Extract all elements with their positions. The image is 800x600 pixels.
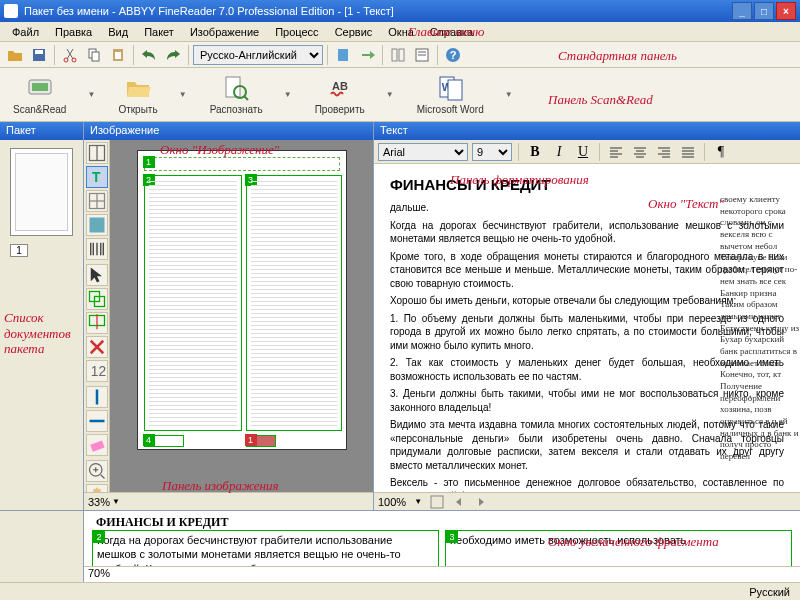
delete-tool-icon[interactable] <box>86 336 108 358</box>
image-canvas[interactable]: 1 2 3 4 1 <box>110 140 373 492</box>
bold-button[interactable]: B <box>525 142 545 162</box>
text-editor[interactable]: ФИНАНСЫ И КРЕДИТ дальше. Когда на дорога… <box>374 164 800 492</box>
dropdown-icon[interactable]: ▼ <box>87 90 97 99</box>
check-button[interactable]: AB Проверить <box>308 71 372 118</box>
close-button[interactable]: × <box>776 2 796 20</box>
zoom-in-tool-icon[interactable] <box>86 460 108 482</box>
font-family-select[interactable]: Arial <box>378 143 468 161</box>
recognition-region[interactable]: 1 <box>246 435 276 447</box>
minimize-button[interactable]: _ <box>732 2 752 20</box>
pilcrow-button[interactable]: ¶ <box>711 142 731 162</box>
dictionary-icon[interactable] <box>332 44 354 66</box>
folder-open-icon <box>124 74 152 102</box>
menu-process[interactable]: Процесс <box>267 24 326 40</box>
next-icon[interactable] <box>474 495 488 509</box>
copy-icon[interactable] <box>83 44 105 66</box>
menu-help[interactable]: Справка <box>422 24 481 40</box>
spellcheck-icon: AB <box>326 74 354 102</box>
add-part-tool-icon[interactable] <box>86 288 108 310</box>
window-titlebar: Пакет без имени - ABBYY FineReader 7.0 P… <box>0 0 800 22</box>
separator <box>599 143 600 161</box>
eraser-tool-icon[interactable] <box>86 434 108 456</box>
pointer-tool-icon[interactable] <box>86 264 108 286</box>
separator <box>704 143 705 161</box>
region-number: 4 <box>143 434 155 446</box>
svg-rect-8 <box>338 49 348 61</box>
undo-icon[interactable] <box>138 44 160 66</box>
zoom-status-bar: 70% <box>84 566 800 582</box>
zoom-panel: ФИНАНСЫ И КРЕДИТ 2 Когда на дорогах бесч… <box>0 510 800 582</box>
zoom-region: 2 Когда на дорогах бесчинствуют грабител… <box>92 530 439 566</box>
zoom-dropdown-icon[interactable]: ▼ <box>112 497 120 506</box>
menu-bar: Файл Правка Вид Пакет Изображение Процес… <box>0 22 800 42</box>
svg-rect-9 <box>392 49 397 61</box>
separator <box>518 143 519 161</box>
hand-tool-icon[interactable] <box>86 484 108 492</box>
image-block-tool-icon[interactable] <box>86 214 108 236</box>
image-panel-title: Изображение <box>84 122 373 140</box>
recognition-region[interactable]: 1 <box>144 157 340 171</box>
table-tool-icon[interactable] <box>86 190 108 212</box>
svg-text:AB: AB <box>332 80 348 92</box>
menu-edit[interactable]: Правка <box>47 24 100 40</box>
svg-point-2 <box>64 58 68 62</box>
zoom-canvas[interactable]: ФИНАНСЫ И КРЕДИТ 2 Когда на дорогах бесч… <box>84 511 800 566</box>
dropdown-icon[interactable]: ▼ <box>505 90 515 99</box>
app-icon <box>4 4 18 18</box>
zoom-dropdown-icon[interactable]: ▼ <box>414 497 422 506</box>
properties-icon[interactable] <box>411 44 433 66</box>
svg-text:?: ? <box>450 49 457 61</box>
layout-icon[interactable] <box>387 44 409 66</box>
maximize-button[interactable]: □ <box>754 2 774 20</box>
menu-image[interactable]: Изображение <box>182 24 267 40</box>
redo-icon[interactable] <box>162 44 184 66</box>
recognition-region[interactable]: 3 <box>246 175 342 431</box>
align-justify-button[interactable] <box>678 142 698 162</box>
save-icon[interactable] <box>28 44 50 66</box>
text-heading: ФИНАНСЫ И КРЕДИТ <box>390 176 784 193</box>
cut-icon[interactable] <box>59 44 81 66</box>
paste-icon[interactable] <box>107 44 129 66</box>
page-thumbnail[interactable] <box>10 148 73 236</box>
help-icon[interactable]: ? <box>442 44 464 66</box>
barcode-tool-icon[interactable] <box>86 238 108 260</box>
separator <box>188 45 189 65</box>
open-button[interactable]: Открыть <box>111 71 164 118</box>
add-vertical-tool-icon[interactable] <box>86 386 108 408</box>
dropdown-icon[interactable]: ▼ <box>284 90 294 99</box>
font-size-select[interactable]: 9 <box>472 143 512 161</box>
msword-button[interactable]: W Microsoft Word <box>410 71 491 118</box>
layout-tool-icon[interactable] <box>86 142 108 164</box>
align-right-button[interactable] <box>654 142 674 162</box>
language-select[interactable]: Русско-Английский <box>193 45 323 65</box>
text-block-tool-icon[interactable]: T <box>86 166 108 188</box>
align-left-button[interactable] <box>606 142 626 162</box>
menu-batch[interactable]: Пакет <box>136 24 182 40</box>
text-paragraph: Вексель - это письменное денежное долгов… <box>390 476 784 492</box>
add-horizontal-tool-icon[interactable] <box>86 410 108 432</box>
status-bar: Русский <box>0 582 800 600</box>
nav-icon[interactable] <box>430 495 444 509</box>
goto-icon[interactable] <box>356 44 378 66</box>
scan-and-read-button[interactable]: Scan&Read <box>6 71 73 118</box>
align-center-button[interactable] <box>630 142 650 162</box>
recognize-button[interactable]: Распознать <box>203 71 270 118</box>
underline-button[interactable]: U <box>573 142 593 162</box>
dropdown-icon[interactable]: ▼ <box>386 90 396 99</box>
recognition-region[interactable]: 4 <box>144 435 184 447</box>
text-panel-title: Текст <box>374 122 800 140</box>
italic-button[interactable]: I <box>549 142 569 162</box>
dropdown-icon[interactable]: ▼ <box>179 90 189 99</box>
menu-windows[interactable]: Окна <box>380 24 422 40</box>
cut-part-tool-icon[interactable] <box>86 312 108 334</box>
renumber-tool-icon[interactable]: 12 <box>86 360 108 382</box>
open-icon[interactable] <box>4 44 26 66</box>
menu-view[interactable]: Вид <box>100 24 136 40</box>
region-number: 1 <box>245 434 257 446</box>
menu-file[interactable]: Файл <box>4 24 47 40</box>
recognition-region[interactable]: 2 <box>144 175 242 431</box>
batch-panel-title: Пакет <box>0 122 83 140</box>
page-number: 1 <box>10 244 28 257</box>
menu-service[interactable]: Сервис <box>327 24 381 40</box>
prev-icon[interactable] <box>452 495 466 509</box>
